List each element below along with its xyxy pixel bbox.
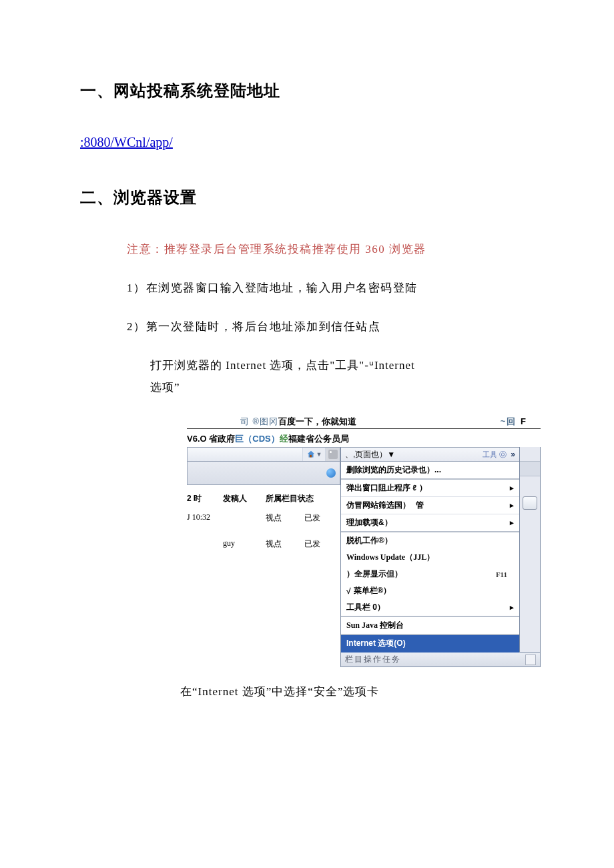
rail-chip-icon[interactable] <box>523 496 537 510</box>
tools-badge[interactable]: 工具 ⓞ <box>483 450 507 460</box>
shortcut-label: F11 <box>496 570 507 578</box>
toolbar-row: ▼ <box>187 447 340 462</box>
bookmark-text-2: 福建省公务员局 <box>288 434 349 444</box>
menu-item-toolbars[interactable]: 工具栏 0） ▸ <box>341 599 519 617</box>
submenu-arrow-icon: ▸ <box>510 484 514 492</box>
rail-block <box>520 447 540 462</box>
th-author: 发稿人 <box>223 493 256 504</box>
table-row: guy 视点 已发 <box>187 536 340 552</box>
titlebar-title: 百度一下，你就知道 <box>278 416 356 428</box>
document-page: 一、网站投稿系统登陆地址 :8080/WCnl/app/ 二、浏览器设置 注意：… <box>0 0 614 868</box>
menu-item-menubar[interactable]: √ 菜单栏®） <box>341 582 519 599</box>
submenu-arrow-icon: ▸ <box>510 518 514 527</box>
bookmark-text: V6.O 省政府 <box>187 434 235 444</box>
submenu-arrow-icon: ▸ <box>510 603 514 612</box>
th-time: 2 时 <box>187 493 214 504</box>
submenu-arrow-icon: ▸ <box>510 501 514 510</box>
check-icon: √ <box>346 586 351 596</box>
bookmark-cds[interactable]: 巨（CDS） <box>235 434 279 444</box>
home-icon <box>306 450 316 459</box>
resize-handle-icon[interactable] <box>525 655 536 665</box>
menu-top-strip: 、,页面也）▼ 工具 ⓞ » <box>341 447 519 462</box>
notice-text: 注意：推荐登录后台管理系统投稿推荐使用 360 浏览器 <box>127 242 534 257</box>
bookmarks-bar: V6.O 省政府巨（CDS）经福建省公务员局 <box>187 433 541 445</box>
menu-item-fullscreen[interactable]: ）全屏显示但） F11 <box>341 566 519 582</box>
home-button[interactable]: ▼ <box>302 448 325 461</box>
rss-icon <box>328 450 338 459</box>
th-status: 所属栏目状态 <box>266 493 340 504</box>
menu-item-offline[interactable]: 脱机工作®） <box>341 532 519 549</box>
page-menu-label[interactable]: 、,页面也）▼ <box>345 449 395 460</box>
step-2-text: 2）第一次登陆时，将后台地址添加到信任站点 <box>127 319 534 334</box>
toolbar-spacer <box>188 448 302 461</box>
menu-item-internet-options[interactable]: Internet 选项(O) <box>341 635 519 653</box>
rail-block <box>520 462 540 476</box>
after-figure-text: 在“Internet 选项”中选择“安全”选项卡 <box>180 684 534 699</box>
chevron-down-icon: ▼ <box>316 451 322 458</box>
window-right-rail <box>519 447 541 653</box>
svg-rect-0 <box>310 455 312 458</box>
step-1-text: 1）在浏览器窗口输入登陆地址，输入用户名密码登陆 <box>127 280 534 296</box>
bookmark-jing[interactable]: 经 <box>280 434 288 444</box>
window-titlebar: 司 ®图冈 百度一下，你就知道 ~回 F <box>187 415 541 428</box>
rss-button[interactable] <box>325 448 340 461</box>
orb-icon <box>326 468 336 478</box>
double-chevron-icon[interactable]: » <box>511 450 515 459</box>
menu-item-windows-update[interactable]: Windows Update（JJL） <box>341 549 519 566</box>
table-header-row: 2 时 发稿人 所属栏目状态 <box>187 485 340 510</box>
section-2-heading: 二、浏览器设置 <box>80 187 534 208</box>
grey-content-bar <box>187 462 340 485</box>
menu-item-popup-blocker[interactable]: 弹出窗口阻止程序 ℓ ） ▸ <box>341 480 519 497</box>
titlebar-underline <box>187 428 541 429</box>
titlebar-prefix: 司 ®图冈 <box>240 416 278 428</box>
status-strip-label: 栏目操作任务 <box>345 654 401 665</box>
tools-dropdown-menu: 、,页面也）▼ 工具 ⓞ » 删除浏览的历史记录也）... 弹出窗口阻止程序 ℓ… <box>340 447 519 653</box>
table-row: J 10:32 视点 已发 <box>187 510 340 526</box>
status-strip: 栏目操作任务 <box>340 653 541 667</box>
step-3-line2: 选项” <box>150 380 534 395</box>
section-1-heading: 一、网站投稿系统登陆地址 <box>80 80 534 101</box>
menu-item-manage-addons[interactable]: 理加载项&） ▸ <box>341 514 519 532</box>
menu-item-phishing-filter[interactable]: 仿冒网站筛选国） 管 ▸ <box>341 497 519 514</box>
browser-screenshot-figure: 司 ®图冈 百度一下，你就知道 ~回 F V6.O 省政府巨（CDS）经福建省公… <box>187 415 541 667</box>
login-url-link[interactable]: :8080/WCnl/app/ <box>80 135 534 150</box>
titlebar-right: ~回 F <box>501 416 527 428</box>
menu-item-sun-java[interactable]: Sun Java 控制台 <box>341 617 519 635</box>
step-3-line1: 打开浏览器的 Internet 选项，点击"工具"-ᵘInternet <box>150 358 534 373</box>
menu-item-delete-history[interactable]: 删除浏览的历史记录也）... <box>341 462 519 480</box>
